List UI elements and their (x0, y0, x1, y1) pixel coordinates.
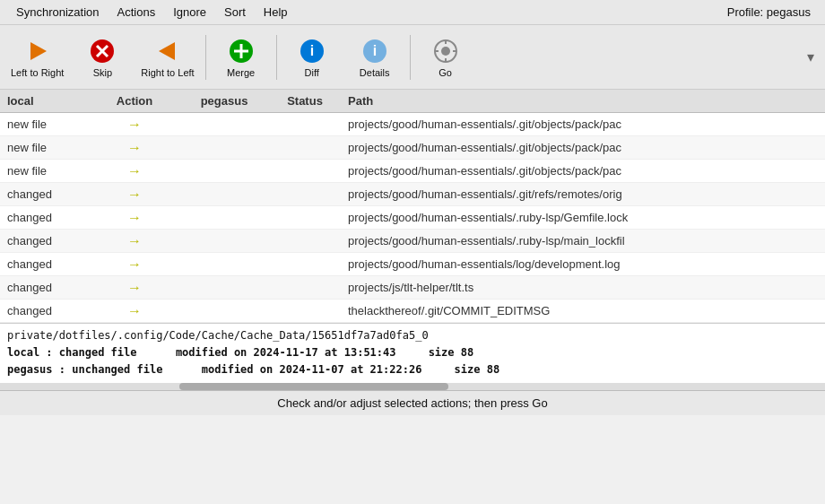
cell-action: → (90, 117, 179, 133)
cell-local: changed (0, 234, 90, 248)
svg-marker-0 (30, 42, 47, 60)
toolbar-sep-3 (410, 35, 411, 80)
merge-button[interactable]: Merge (210, 29, 273, 86)
svg-text:i: i (372, 43, 376, 58)
diff-icon: i (298, 37, 326, 65)
table-row[interactable]: new file → projects/good/human-essential… (0, 160, 825, 183)
cell-path: projects/js/tlt-helper/tlt.ts (341, 281, 825, 294)
menu-sort[interactable]: Sort (215, 3, 255, 22)
cell-path: projects/good/human-essentials/.ruby-lsp… (341, 234, 825, 248)
details-button[interactable]: i Details (343, 29, 406, 86)
details-icon: i (360, 37, 389, 65)
cell-path: thelackthereof/.git/COMMIT_EDITMSG (341, 304, 825, 317)
scroll-thumb[interactable] (179, 383, 448, 390)
detail-local-size: size 88 (429, 346, 474, 359)
toolbar-sep-1 (205, 35, 206, 80)
rtl-button[interactable]: Right to Left (134, 29, 201, 86)
table-row[interactable]: changed → projects/good/human-essentials… (0, 253, 825, 276)
table-row[interactable]: changed → thelackthereof/.git/COMMIT_EDI… (0, 300, 825, 323)
menu-synchronization[interactable]: Synchronization (7, 3, 109, 22)
cell-action: → (90, 140, 179, 156)
skip-icon (88, 37, 117, 65)
profile-label: Profile: pegasus (727, 5, 818, 19)
go-icon (431, 37, 460, 65)
col-header-pegasus: pegasus (179, 94, 269, 108)
go-button[interactable]: Go (414, 29, 477, 86)
bottom-message: Check and/or adjust selected actions; th… (277, 396, 547, 410)
ltr-label: Left to Right (11, 67, 64, 78)
detail-pegasus-label: pegasus (7, 363, 53, 376)
diff-button[interactable]: i Diff (281, 29, 343, 86)
table-row[interactable]: changed → projects/js/tlt-helper/tlt.ts (0, 276, 825, 300)
toolbar-expand-icon[interactable]: ▾ (800, 45, 821, 69)
cell-local: changed (0, 304, 90, 317)
menu-help[interactable]: Help (255, 3, 297, 22)
svg-marker-4 (159, 42, 175, 60)
cell-path: projects/good/human-essentials/log/devel… (341, 257, 825, 271)
cell-action: → (90, 210, 179, 226)
cell-action: → (90, 280, 179, 296)
cell-local: changed (0, 257, 90, 271)
details-label: Details (360, 67, 390, 78)
table-row[interactable]: changed → projects/good/human-essentials… (0, 206, 825, 230)
toolbar-sep-2 (276, 35, 277, 80)
skip-label: Skip (93, 67, 112, 78)
col-header-path: Path (341, 94, 825, 108)
diff-label: Diff (305, 67, 319, 78)
svg-point-13 (441, 47, 450, 56)
col-header-action: Action (90, 94, 179, 108)
horizontal-scrollbar[interactable] (0, 383, 825, 390)
detail-pegasus-modified: modified on 2024-11-07 at 21:22:26 (202, 363, 422, 376)
skip-button[interactable]: Skip (71, 29, 134, 86)
detail-path: private/dotfiles/.config/Code/Cache/Cach… (7, 327, 818, 344)
cell-action: → (90, 256, 179, 273)
detail-pegasus-value: : unchanged file (59, 363, 163, 376)
cell-action: → (90, 303, 179, 319)
cell-action: → (90, 187, 179, 203)
cell-local: changed (0, 187, 90, 201)
cell-local: new file (0, 141, 90, 154)
cell-local: new file (0, 117, 90, 131)
rtl-icon (153, 37, 182, 65)
cell-path: projects/good/human-essentials/.git/obje… (341, 164, 825, 178)
cell-path: projects/good/human-essentials/.git/obje… (341, 141, 825, 154)
cell-action: → (90, 233, 179, 249)
detail-pegasus-line: pegasus : unchanged file modified on 202… (7, 361, 818, 378)
col-header-local: local (0, 94, 90, 108)
table-row[interactable]: changed → projects/good/human-essentials… (0, 230, 825, 253)
detail-local-value: : changed file (46, 346, 136, 359)
column-headers: local Action pegasus Status Path (0, 90, 825, 113)
table-row[interactable]: new file → projects/good/human-essential… (0, 136, 825, 160)
detail-pegasus-size: size 88 (455, 363, 500, 376)
col-header-status: Status (269, 94, 341, 108)
detail-local-label: local (7, 346, 39, 359)
merge-label: Merge (227, 67, 255, 78)
toolbar: Left to Right Skip Right to Left (0, 25, 825, 90)
table-row[interactable]: new file → projects/good/human-essential… (0, 113, 825, 136)
go-label: Go (439, 67, 452, 78)
table-row[interactable]: changed → projects/good/human-essentials… (0, 183, 825, 206)
cell-path: projects/good/human-essentials/.ruby-lsp… (341, 211, 825, 224)
cell-action: → (90, 163, 179, 179)
ltr-icon (23, 37, 52, 65)
ltr-button[interactable]: Left to Right (4, 29, 71, 86)
cell-local: changed (0, 211, 90, 224)
rtl-label: Right to Left (141, 67, 194, 78)
cell-local: new file (0, 164, 90, 178)
svg-text:i: i (309, 43, 313, 58)
cell-local: changed (0, 281, 90, 294)
bottom-bar: Check and/or adjust selected actions; th… (0, 390, 825, 415)
detail-local-modified: modified on 2024-11-17 at 13:51:43 (176, 346, 396, 359)
cell-path: projects/good/human-essentials/.git/refs… (341, 187, 825, 201)
merge-icon (227, 37, 256, 65)
status-detail: private/dotfiles/.config/Code/Cache/Cach… (0, 323, 825, 383)
menu-actions[interactable]: Actions (109, 3, 165, 22)
file-table: new file → projects/good/human-essential… (0, 113, 825, 323)
cell-path: projects/good/human-essentials/.git/obje… (341, 117, 825, 131)
detail-local-line: local : changed file modified on 2024-11… (7, 344, 818, 361)
menu-ignore[interactable]: Ignore (164, 3, 215, 22)
menu-bar: Synchronization Actions Ignore Sort Help… (0, 0, 825, 25)
